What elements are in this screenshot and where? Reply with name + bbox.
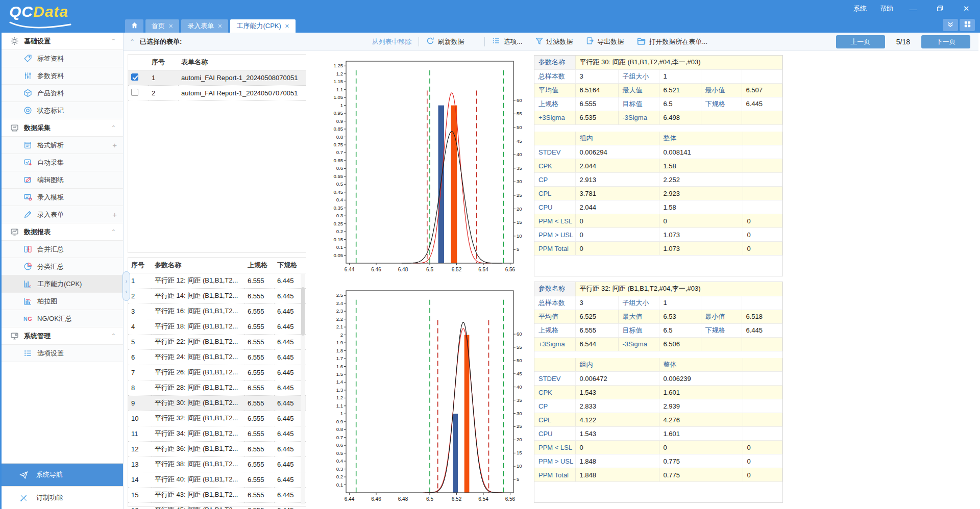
parameter-row[interactable]: 12 平行距 36: 间距 (B1,B1,T2... 6.555 6.445 [128, 441, 306, 456]
parameter-row[interactable]: 2 平行距 14: 间距 (B1,B1,T2... 6.555 6.445 [128, 288, 306, 303]
remove-from-list-link[interactable]: 从列表中移除 [372, 37, 411, 46]
svg-text:6.54: 6.54 [478, 267, 488, 272]
svg-text:10: 10 [517, 463, 522, 469]
form-checkbox[interactable] [131, 89, 138, 96]
chevron-up-icon[interactable]: ⌃ [111, 38, 116, 44]
sidebar-item-产品资料[interactable]: 产品资料 [2, 85, 123, 102]
sidebar-footer-系统导航[interactable]: 系统导航 [2, 463, 123, 486]
svg-text:0.55: 0.55 [334, 173, 344, 179]
sidebar-item-分类汇总[interactable]: 分类汇总 [2, 258, 123, 275]
tab-close-icon[interactable]: ✕ [285, 23, 289, 30]
sidebar-item-状态标记[interactable]: 状态标记 [2, 102, 123, 119]
close-button[interactable]: ✕ [960, 4, 973, 13]
svg-text:6.52: 6.52 [452, 267, 462, 272]
sidebar-group-基础设置[interactable]: 基础设置 ⌃ [2, 33, 123, 50]
collapse-panel-icon[interactable]: ⌃ [130, 38, 135, 45]
parameter-row[interactable]: 9 平行距 30: 间距 (B1,B1,T2... 6.555 6.445 [128, 395, 306, 411]
tab-close-icon[interactable]: ✕ [217, 23, 222, 30]
svg-text:0.3: 0.3 [336, 466, 343, 472]
svg-text:1.2: 1.2 [336, 395, 343, 400]
form-row[interactable]: 2 automi_FAI Report-1_20240507070051 [128, 85, 306, 100]
sidebar-item-编辑图纸[interactable]: 编辑图纸 [2, 171, 123, 189]
parameter-row[interactable]: 10 平行距 32: 间距 (B1,B1,T2... 6.555 6.445 [128, 411, 306, 426]
svg-text:N: N [23, 316, 28, 322]
selected-forms-title: 已选择的表单: [140, 37, 182, 46]
svg-text:25: 25 [517, 192, 522, 198]
collapse-tabs-button[interactable] [943, 19, 958, 31]
param-name: 平行距 34: 间距 (B1,B1,T2... [152, 426, 244, 441]
parameter-row[interactable]: 8 平行距 28: 间距 (B1,B1,T2... 6.555 6.445 [128, 380, 306, 395]
param-index: 10 [128, 411, 152, 426]
form-checkbox[interactable] [131, 73, 138, 81]
toolbar-button-刷新数据[interactable]: 刷新数据 [426, 37, 464, 46]
toolbar-button-选项...[interactable]: 选项... [492, 37, 522, 46]
stat-value: 6.5 [659, 323, 701, 337]
param-index: 11 [128, 426, 152, 441]
filter-icon [535, 37, 543, 46]
pareto-icon [23, 297, 32, 306]
tab-home[interactable] [125, 19, 143, 33]
svg-text:0.75: 0.75 [334, 142, 344, 147]
tab-close-icon[interactable]: ✕ [168, 23, 173, 30]
toolbar-separator [484, 37, 485, 46]
plus-icon[interactable]: + [112, 141, 117, 149]
parameter-row[interactable]: 7 平行距 26: 间距 (B1,B1,T2... 6.555 6.445 [128, 365, 306, 380]
expand-right-icon[interactable]: › [126, 278, 128, 284]
sidebar-item-自动采集[interactable]: 自动采集 [2, 154, 123, 171]
svg-text:0.7: 0.7 [336, 435, 343, 440]
chevron-up-icon[interactable]: ⌃ [111, 124, 116, 131]
chevron-up-icon[interactable]: ⌃ [111, 228, 116, 235]
optlist-icon [492, 37, 500, 46]
plus-icon[interactable]: + [112, 210, 117, 219]
window-menu-系统[interactable]: 系统 [853, 4, 867, 13]
sidebar-item-录入表单[interactable]: 录入表单+ [2, 206, 123, 223]
tab-录入表单[interactable]: 录入表单✕ [181, 19, 228, 33]
form-row[interactable]: 1 automi_FAI Report-1_20240508070051 [128, 70, 306, 85]
scrollbar-thumb[interactable] [301, 287, 305, 336]
parameter-row[interactable]: 1 平行距 12: 间距 (B1,B1,T2... 6.555 6.445 [128, 273, 306, 288]
collapse-left-icon[interactable]: ‹ [126, 288, 128, 294]
toolbar-button-打开数据所在表单...[interactable]: 打开数据所在表单... [637, 37, 707, 47]
sidebar-group-数据采集[interactable]: 数据采集 ⌃ [2, 119, 123, 137]
sidebar-group-数据报表[interactable]: 数据报表 ⌃ [2, 223, 123, 241]
sidebar-item-参数资料[interactable]: 参数资料 [2, 67, 123, 85]
sidebar-item-录入模板[interactable]: 录入模板 [2, 189, 123, 206]
parameter-row[interactable]: 15 平行距 43: 间距 (B1,B1,T2... 6.555 6.445 [128, 487, 306, 502]
sidebar-item-工序能力(CPK)[interactable]: 工序能力(CPK) [2, 275, 123, 293]
sidebar-item-NG/OK汇总[interactable]: NG NG/OK汇总 [2, 310, 123, 327]
prev-page-button[interactable]: 上一页 [836, 35, 885, 48]
sidebar-item-选项设置[interactable]: 选项设置 [2, 345, 123, 362]
stat-label: 下规格 [701, 323, 742, 337]
minimize-button[interactable]: — [906, 5, 920, 13]
parameter-row[interactable]: 14 平行距 40: 间距 (B1,B1,T2... 6.555 6.445 [128, 472, 306, 487]
stat-value [742, 111, 782, 124]
sidebar-item-标签资料[interactable]: 标签资料 [2, 50, 123, 67]
parameter-row[interactable]: 16 平行距 45: 间距 (B1,B1,T2... 6.555 6.445 [128, 502, 306, 509]
parameter-row[interactable]: 3 平行距 16: 间距 (B1,B1,T2... 6.555 6.445 [128, 303, 306, 319]
parameter-row[interactable]: 13 平行距 38: 间距 (B1,B1,T2... 6.555 6.445 [128, 456, 306, 472]
next-page-button[interactable]: 下一页 [921, 35, 970, 48]
sidebar-item-格式解析[interactable]: 格式解析+ [2, 137, 123, 154]
sidebar-footer-订制功能[interactable]: 订制功能 [2, 486, 123, 509]
window-menu-帮助[interactable]: 帮助 [880, 4, 893, 13]
tab-首页[interactable]: 首页✕ [145, 19, 179, 33]
chevron-up-icon[interactable]: ⌃ [111, 333, 116, 339]
restore-button[interactable] [933, 5, 946, 13]
toolbar-button-导出数据[interactable]: 导出数据 [586, 37, 624, 46]
sidebar-item-柏拉图[interactable]: 柏拉图 [2, 293, 123, 310]
sidebar-item-合并汇总[interactable]: 合并汇总 [2, 241, 123, 258]
panel-split-handle[interactable]: › ‹ [122, 271, 130, 301]
tab-工序能力(CPK)[interactable]: 工序能力(CPK)✕ [230, 19, 296, 33]
parameter-row[interactable]: 5 平行距 22: 间距 (B1,B1,T2... 6.555 6.445 [128, 334, 306, 349]
tab-grid-button[interactable] [960, 19, 975, 31]
parameter-row[interactable]: 4 平行距 18: 间距 (B1,B1,T2... 6.555 6.445 [128, 319, 306, 334]
parameters-scrollbar[interactable] [301, 274, 305, 504]
merge-icon [23, 245, 32, 254]
sidebar-group-系统管理[interactable]: 系统管理 ⌃ [2, 327, 123, 345]
toolbar-button-过滤数据[interactable]: 过滤数据 [535, 37, 573, 46]
parameter-row[interactable]: 6 平行距 24: 间距 (B1,B1,T2... 6.555 6.445 [128, 349, 306, 365]
svg-text:0.8: 0.8 [336, 134, 343, 140]
toolbar-button-label: 选项... [503, 37, 522, 46]
svg-text:1.1: 1.1 [336, 87, 343, 92]
parameter-row[interactable]: 11 平行距 34: 间距 (B1,B1,T2... 6.555 6.445 [128, 426, 306, 441]
